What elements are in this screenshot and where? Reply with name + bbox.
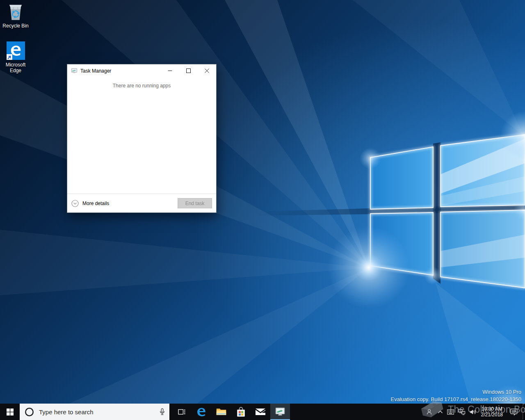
taskbar: 10:30 AM 2/21/2018 — [0, 404, 525, 420]
cortana-circle-icon — [25, 407, 34, 417]
show-desktop-button[interactable] — [523, 404, 525, 420]
taskbar-search-box[interactable] — [20, 404, 169, 420]
taskbar-file-explorer-button[interactable] — [211, 404, 231, 420]
people-icon — [426, 409, 433, 415]
minimize-icon — [168, 68, 172, 73]
close-button[interactable] — [198, 64, 216, 77]
watermark-build-line: Evaluation copy. Build 17107.rs4_release… — [391, 396, 522, 403]
mail-icon — [255, 407, 266, 416]
action-center-icon — [510, 409, 518, 415]
microphone-icon[interactable] — [159, 408, 165, 416]
maximize-icon — [186, 68, 191, 73]
task-manager-titlebar[interactable]: Task Manager — [67, 64, 216, 77]
network-button[interactable] — [456, 404, 468, 420]
volume-button[interactable] — [468, 404, 479, 420]
task-manager-footer: More details End task — [67, 194, 216, 212]
action-center-button[interactable] — [505, 404, 523, 420]
clock-date: 2/21/2018 — [481, 412, 503, 418]
task-view-icon — [178, 409, 186, 415]
task-manager-icon — [275, 407, 285, 417]
network-icon — [458, 409, 466, 415]
clock-time: 10:30 AM — [482, 406, 502, 412]
end-task-button[interactable]: End task — [178, 198, 212, 208]
chevron-down-circle-icon — [71, 200, 79, 207]
more-details-button[interactable]: More details — [71, 200, 109, 207]
taskbar-task-manager-button[interactable] — [270, 404, 290, 420]
windows-evaluation-watermark: Windows 10 Pro Evaluation copy. Build 17… — [391, 388, 522, 403]
microsoft-store-icon — [236, 406, 246, 418]
show-hidden-icons-button[interactable] — [436, 404, 445, 420]
more-details-label: More details — [82, 201, 109, 206]
system-tray: 10:30 AM 2/21/2018 — [423, 404, 525, 420]
search-input[interactable] — [38, 408, 155, 416]
task-view-button[interactable] — [172, 404, 192, 420]
people-button[interactable] — [423, 404, 436, 420]
desktop-icon-microsoft-edge[interactable]: Microsoft Edge — [0, 41, 31, 73]
taskbar-microsoft-store-button[interactable] — [231, 404, 251, 420]
desktop-icon-label: Recycle Bin — [2, 23, 28, 29]
file-explorer-icon — [216, 407, 227, 417]
chevron-up-icon — [438, 410, 443, 414]
watermark-edition-line: Windows 10 Pro — [391, 388, 522, 396]
taskbar-clock[interactable]: 10:30 AM 2/21/2018 — [479, 404, 505, 420]
speaker-icon — [470, 409, 477, 415]
task-manager-icon — [71, 68, 78, 74]
windows-logo-icon — [7, 409, 14, 415]
task-manager-window: Task Manager There are no running apps — [67, 64, 217, 213]
minimize-button[interactable] — [161, 64, 179, 77]
recycle-bin-icon — [7, 2, 25, 21]
touch-keyboard-button[interactable] — [445, 404, 456, 420]
task-manager-app-list: There are no running apps — [67, 77, 216, 194]
window-title: Task Manager — [80, 68, 111, 74]
desktop-icon-label: Microsoft Edge — [0, 62, 31, 73]
taskbar-mail-button[interactable] — [251, 404, 270, 420]
start-button[interactable] — [0, 404, 20, 420]
microsoft-edge-icon — [6, 41, 25, 60]
taskbar-microsoft-edge-button[interactable] — [192, 404, 211, 420]
maximize-button[interactable] — [179, 64, 198, 77]
touch-keyboard-icon — [447, 409, 454, 415]
desktop-icon-recycle-bin[interactable]: Recycle Bin — [0, 2, 31, 29]
microsoft-edge-icon — [196, 406, 207, 418]
close-icon — [205, 68, 209, 73]
empty-state-message: There are no running apps — [67, 83, 216, 89]
